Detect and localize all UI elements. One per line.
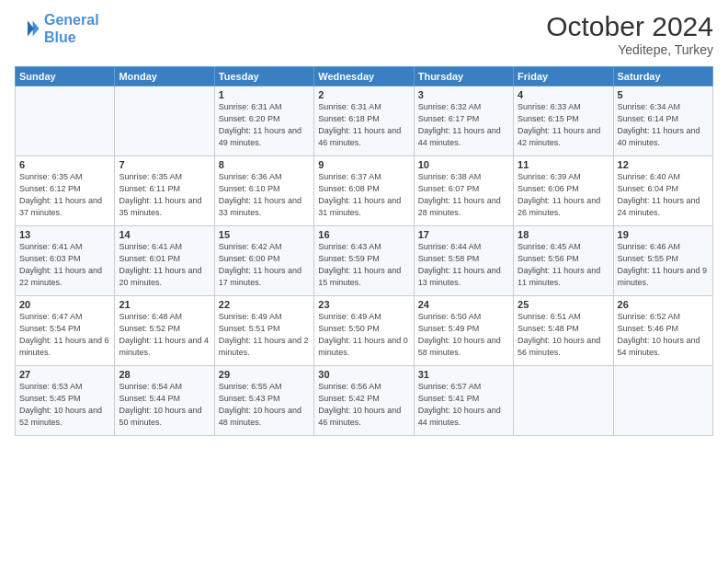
day-cell: 25Sunrise: 6:51 AM Sunset: 5:48 PM Dayli… [514, 296, 613, 366]
day-info: Sunrise: 6:49 AM Sunset: 5:51 PM Dayligh… [219, 311, 310, 359]
day-cell [514, 366, 613, 436]
day-cell: 8Sunrise: 6:36 AM Sunset: 6:10 PM Daylig… [214, 156, 313, 226]
day-number: 27 [19, 369, 110, 380]
week-row-2: 6Sunrise: 6:35 AM Sunset: 6:12 PM Daylig… [16, 156, 713, 226]
day-number: 12 [618, 159, 709, 170]
day-cell: 17Sunrise: 6:44 AM Sunset: 5:58 PM Dayli… [414, 226, 513, 296]
day-cell: 3Sunrise: 6:32 AM Sunset: 6:17 PM Daylig… [414, 86, 513, 156]
col-tuesday: Tuesday [214, 67, 313, 86]
day-number: 5 [618, 89, 709, 100]
day-cell: 21Sunrise: 6:48 AM Sunset: 5:52 PM Dayli… [115, 296, 214, 366]
day-number: 18 [518, 229, 609, 240]
day-info: Sunrise: 6:42 AM Sunset: 6:00 PM Dayligh… [219, 241, 310, 289]
day-info: Sunrise: 6:31 AM Sunset: 6:18 PM Dayligh… [318, 101, 409, 149]
day-info: Sunrise: 6:34 AM Sunset: 6:14 PM Dayligh… [618, 101, 709, 149]
day-number: 19 [618, 229, 709, 240]
day-info: Sunrise: 6:43 AM Sunset: 5:59 PM Dayligh… [318, 241, 409, 289]
day-info: Sunrise: 6:57 AM Sunset: 5:41 PM Dayligh… [418, 381, 509, 429]
day-cell: 16Sunrise: 6:43 AM Sunset: 5:59 PM Dayli… [314, 226, 414, 296]
day-number: 20 [19, 299, 110, 310]
day-info: Sunrise: 6:39 AM Sunset: 6:06 PM Dayligh… [518, 171, 609, 219]
day-number: 21 [119, 299, 210, 310]
day-cell: 2Sunrise: 6:31 AM Sunset: 6:18 PM Daylig… [314, 86, 414, 156]
day-info: Sunrise: 6:55 AM Sunset: 5:43 PM Dayligh… [219, 381, 310, 429]
day-cell: 15Sunrise: 6:42 AM Sunset: 6:00 PM Dayli… [214, 226, 313, 296]
day-number: 6 [19, 159, 110, 170]
day-cell: 12Sunrise: 6:40 AM Sunset: 6:04 PM Dayli… [613, 156, 712, 226]
day-number: 30 [318, 369, 409, 380]
day-info: Sunrise: 6:37 AM Sunset: 6:08 PM Dayligh… [318, 171, 409, 219]
day-cell: 24Sunrise: 6:50 AM Sunset: 5:49 PM Dayli… [414, 296, 513, 366]
col-sunday: Sunday [16, 67, 115, 86]
day-cell: 4Sunrise: 6:33 AM Sunset: 6:15 PM Daylig… [514, 86, 613, 156]
day-info: Sunrise: 6:45 AM Sunset: 5:56 PM Dayligh… [518, 241, 609, 289]
day-number: 24 [418, 299, 509, 310]
col-thursday: Thursday [414, 67, 513, 86]
day-cell: 30Sunrise: 6:56 AM Sunset: 5:42 PM Dayli… [314, 366, 414, 436]
day-cell [16, 86, 115, 156]
day-info: Sunrise: 6:46 AM Sunset: 5:55 PM Dayligh… [618, 241, 709, 289]
day-cell [115, 86, 214, 156]
day-number: 13 [19, 229, 110, 240]
day-number: 14 [119, 229, 210, 240]
day-cell: 29Sunrise: 6:55 AM Sunset: 5:43 PM Dayli… [214, 366, 313, 436]
page: General Blue October 2024 Yeditepe, Turk… [0, 0, 728, 563]
header: General Blue October 2024 Yeditepe, Turk… [15, 11, 713, 57]
day-cell: 19Sunrise: 6:46 AM Sunset: 5:55 PM Dayli… [613, 226, 712, 296]
day-info: Sunrise: 6:31 AM Sunset: 6:20 PM Dayligh… [219, 101, 310, 149]
day-number: 8 [219, 159, 310, 170]
title-block: October 2024 Yeditepe, Turkey [546, 11, 713, 57]
day-cell: 14Sunrise: 6:41 AM Sunset: 6:01 PM Dayli… [115, 226, 214, 296]
location: Yeditepe, Turkey [546, 42, 713, 57]
day-cell: 10Sunrise: 6:38 AM Sunset: 6:07 PM Dayli… [414, 156, 513, 226]
col-saturday: Saturday [613, 67, 712, 86]
day-info: Sunrise: 6:44 AM Sunset: 5:58 PM Dayligh… [418, 241, 509, 289]
day-number: 17 [418, 229, 509, 240]
day-number: 23 [318, 299, 409, 310]
day-info: Sunrise: 6:47 AM Sunset: 5:54 PM Dayligh… [19, 311, 110, 359]
day-cell: 31Sunrise: 6:57 AM Sunset: 5:41 PM Dayli… [414, 366, 513, 436]
col-wednesday: Wednesday [314, 67, 414, 86]
day-info: Sunrise: 6:41 AM Sunset: 6:03 PM Dayligh… [19, 241, 110, 289]
day-number: 15 [219, 229, 310, 240]
day-info: Sunrise: 6:36 AM Sunset: 6:10 PM Dayligh… [219, 171, 310, 219]
col-friday: Friday [514, 67, 613, 86]
day-info: Sunrise: 6:53 AM Sunset: 5:45 PM Dayligh… [19, 381, 110, 429]
day-cell [613, 366, 712, 436]
day-info: Sunrise: 6:49 AM Sunset: 5:50 PM Dayligh… [318, 311, 409, 359]
day-number: 10 [418, 159, 509, 170]
day-number: 9 [318, 159, 409, 170]
day-info: Sunrise: 6:40 AM Sunset: 6:04 PM Dayligh… [618, 171, 709, 219]
day-number: 16 [318, 229, 409, 240]
day-info: Sunrise: 6:51 AM Sunset: 5:48 PM Dayligh… [518, 311, 609, 359]
day-cell: 1Sunrise: 6:31 AM Sunset: 6:20 PM Daylig… [214, 86, 313, 156]
week-row-1: 1Sunrise: 6:31 AM Sunset: 6:20 PM Daylig… [16, 86, 713, 156]
day-info: Sunrise: 6:56 AM Sunset: 5:42 PM Dayligh… [318, 381, 409, 429]
day-number: 25 [518, 299, 609, 310]
week-row-4: 20Sunrise: 6:47 AM Sunset: 5:54 PM Dayli… [16, 296, 713, 366]
col-monday: Monday [115, 67, 214, 86]
day-number: 2 [318, 89, 409, 100]
logo: General Blue [15, 11, 99, 46]
calendar-table: Sunday Monday Tuesday Wednesday Thursday… [15, 66, 713, 436]
header-row: Sunday Monday Tuesday Wednesday Thursday… [16, 67, 713, 86]
day-number: 4 [518, 89, 609, 100]
day-info: Sunrise: 6:41 AM Sunset: 6:01 PM Dayligh… [119, 241, 210, 289]
day-cell: 18Sunrise: 6:45 AM Sunset: 5:56 PM Dayli… [514, 226, 613, 296]
day-info: Sunrise: 6:38 AM Sunset: 6:07 PM Dayligh… [418, 171, 509, 219]
day-cell: 23Sunrise: 6:49 AM Sunset: 5:50 PM Dayli… [314, 296, 414, 366]
day-info: Sunrise: 6:35 AM Sunset: 6:12 PM Dayligh… [19, 171, 110, 219]
day-cell: 26Sunrise: 6:52 AM Sunset: 5:46 PM Dayli… [613, 296, 712, 366]
day-info: Sunrise: 6:52 AM Sunset: 5:46 PM Dayligh… [618, 311, 709, 359]
day-info: Sunrise: 6:35 AM Sunset: 6:11 PM Dayligh… [119, 171, 210, 219]
day-number: 1 [219, 89, 310, 100]
day-number: 3 [418, 89, 509, 100]
day-info: Sunrise: 6:33 AM Sunset: 6:15 PM Dayligh… [518, 101, 609, 149]
day-info: Sunrise: 6:50 AM Sunset: 5:49 PM Dayligh… [418, 311, 509, 359]
day-number: 11 [518, 159, 609, 170]
day-cell: 27Sunrise: 6:53 AM Sunset: 5:45 PM Dayli… [16, 366, 115, 436]
day-number: 28 [119, 369, 210, 380]
day-number: 31 [418, 369, 509, 380]
day-cell: 9Sunrise: 6:37 AM Sunset: 6:08 PM Daylig… [314, 156, 414, 226]
day-number: 7 [119, 159, 210, 170]
